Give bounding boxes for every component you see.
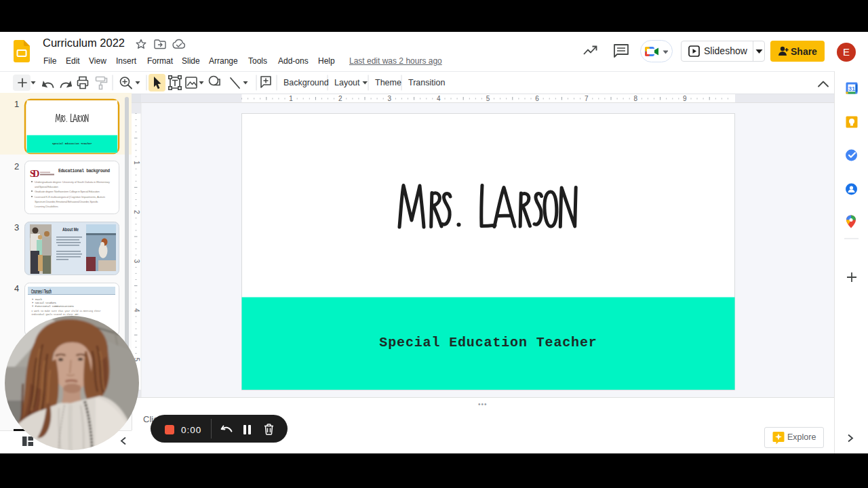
- svg-text:Transition: Transition: [408, 78, 445, 87]
- svg-text:8: 8: [634, 95, 638, 102]
- svg-text:6: 6: [535, 95, 539, 102]
- svg-text:Graduate degree: Northwestern: Graduate degree: Northwestern College in…: [35, 190, 100, 193]
- svg-text:2: 2: [133, 210, 140, 214]
- svg-text:31: 31: [848, 85, 855, 92]
- svg-text:Learning Disabilities: Learning Disabilities: [35, 205, 58, 208]
- svg-text:9: 9: [683, 95, 687, 102]
- svg-text:I work to make sure that your: I work to make sure that your child is m…: [31, 310, 101, 312]
- svg-text:➤ Social Studies: ➤ Social Studies: [32, 302, 56, 304]
- svg-text:Licensed K-8 multicategorical: Licensed K-8 multicategorical (Cognitive…: [35, 195, 105, 199]
- svg-text:➤ Functional communications: ➤ Functional communications: [32, 305, 74, 308]
- svg-text:Spectrum Disorder, Emotional B: Spectrum Disorder, Emotional Behavioral …: [35, 200, 99, 203]
- svg-text:Background: Background: [283, 78, 329, 87]
- svg-text:4: 4: [14, 283, 19, 293]
- svg-text:3: 3: [388, 95, 392, 102]
- svg-text:7: 7: [585, 95, 589, 102]
- svg-text:1: 1: [14, 99, 19, 109]
- svg-text:5: 5: [486, 95, 490, 102]
- svg-text:Layout: Layout: [334, 78, 360, 87]
- svg-text:➤ Math: ➤ Math: [32, 298, 42, 301]
- svg-text:2: 2: [338, 95, 342, 102]
- svg-text:Courses I Teach: Courses I Teach: [31, 288, 52, 295]
- svg-text:Theme: Theme: [375, 78, 401, 87]
- svg-text:1: 1: [133, 161, 140, 165]
- svg-text:2: 2: [14, 161, 19, 171]
- svg-text:3: 3: [133, 260, 140, 264]
- svg-text:Undergraduate degree: Universi: Undergraduate degree: University of Sout…: [35, 180, 111, 184]
- svg-text:4: 4: [437, 95, 441, 102]
- svg-text:1: 1: [289, 95, 293, 102]
- svg-text:and Special Education: and Special Education: [35, 185, 59, 188]
- svg-text:Educational background: Educational background: [58, 169, 110, 174]
- svg-text:4: 4: [133, 308, 140, 312]
- svg-text:About Me: About Me: [62, 226, 79, 232]
- svg-text:3: 3: [14, 222, 19, 232]
